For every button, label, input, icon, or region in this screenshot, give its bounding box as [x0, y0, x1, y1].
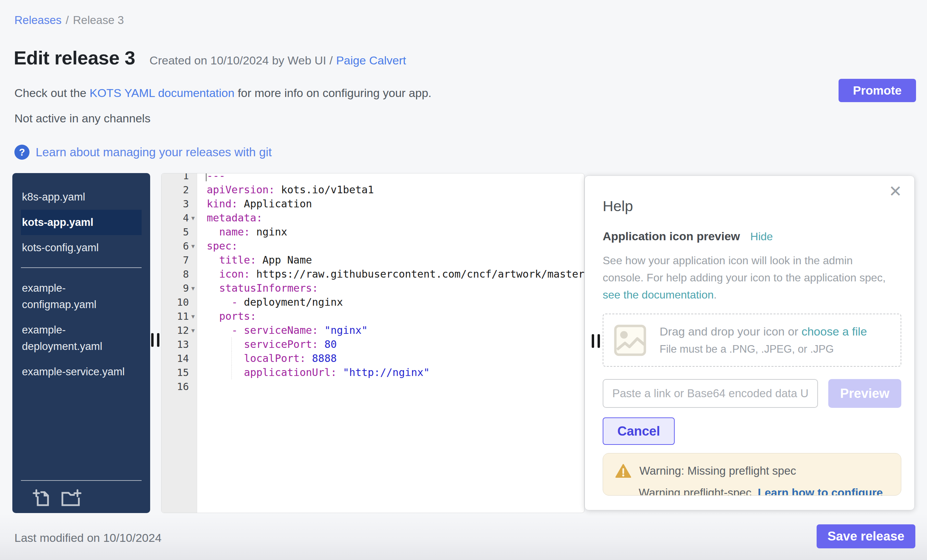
gutter-row: 4▾ [161, 211, 197, 225]
image-placeholder-icon [614, 324, 647, 357]
gutter-row: 11▾ [161, 309, 197, 323]
code-line [197, 379, 584, 393]
file-item-k8s-app.yaml[interactable]: k8s-app.yaml [21, 184, 141, 210]
created-author-link[interactable]: Paige Calvert [336, 54, 406, 67]
code-line: servicePort: 80 [197, 337, 584, 351]
code-line: icon: https://raw.githubusercontent.com/… [197, 267, 584, 281]
new-file-icon [32, 488, 52, 507]
desc-line2: console. For help adding your icon to th… [603, 272, 886, 284]
channel-status: Not active in any channels [14, 112, 150, 125]
file-item-example-configmap.yaml[interactable]: example-configmap.yaml [21, 276, 135, 317]
gutter-row: 3 [161, 197, 197, 211]
indent-guide [231, 337, 232, 351]
dropzone-line2: File must be a .PNG, .JPEG, or .JPG [660, 343, 867, 355]
file-list: k8s-app.yamlkots-app.yamlkots-config.yam… [21, 184, 141, 384]
gutter-row: 12▾ [161, 323, 197, 337]
code-line: apiVersion: kots.io/v1beta1 [197, 183, 584, 197]
doc-hint-prefix: Check out the [14, 87, 90, 99]
last-modified-text: Last modified on 10/10/2024 [14, 531, 161, 545]
indent-guide [231, 351, 232, 365]
gutter-row: 14 [161, 351, 197, 365]
save-release-button[interactable]: Save release [817, 524, 915, 548]
fold-toggle-icon[interactable]: ▾ [189, 284, 197, 292]
code-line: name: nginx [197, 225, 584, 239]
git-help-row: ? Learn about managing your releases wit… [14, 145, 272, 160]
close-icon[interactable]: ✕ [889, 182, 902, 200]
warning-icon [615, 464, 631, 478]
file-item-example-deployment.yaml[interactable]: example-deployment.yaml [21, 317, 135, 359]
sidebar-actions [32, 488, 82, 508]
new-folder-icon [60, 488, 82, 507]
promote-button[interactable]: Promote [839, 79, 916, 102]
indent-guide [231, 365, 232, 379]
file-item-example-service.yaml[interactable]: example-service.yaml [21, 359, 135, 384]
desc-period: . [714, 288, 717, 301]
code-line: localPort: 8888 [197, 351, 584, 365]
gutter-row: 7 [161, 253, 197, 267]
editor-body: 1234▾56▾789▾1011▾12▾13141516 ---apiVersi… [161, 173, 584, 393]
gutter-row: 13 [161, 337, 197, 351]
fold-toggle-icon[interactable]: ▾ [189, 312, 197, 320]
choose-file-link[interactable]: choose a file [801, 325, 867, 338]
dropzone-line1: Drag and drop your icon or [660, 325, 801, 338]
icon-preview-header: Application icon preview Hide [603, 230, 901, 243]
fold-toggle-icon[interactable]: ▾ [189, 242, 197, 250]
new-file-button[interactable] [32, 488, 52, 508]
help-resize-handle[interactable] [592, 334, 600, 348]
code-line: title: App Name [197, 253, 584, 267]
file-item-kots-config.yaml[interactable]: kots-config.yaml [21, 235, 141, 261]
question-icon: ? [14, 145, 29, 160]
new-folder-button[interactable] [60, 488, 82, 508]
kots-yaml-doc-link[interactable]: KOTS YAML documentation [90, 87, 234, 99]
cancel-button[interactable]: Cancel [603, 417, 675, 445]
doc-hint-line: Check out the KOTS YAML documentation fo… [14, 87, 432, 100]
sidebar-bottom-divider [21, 480, 141, 481]
icon-dropzone[interactable]: Drag and drop your icon or choose a file… [603, 314, 901, 367]
desc-line1: See how your application icon will look … [603, 254, 853, 267]
see-documentation-link[interactable]: see the documentation [603, 288, 714, 301]
preflight-warning: Warning: Missing preflight spec Warning … [603, 453, 901, 496]
yaml-editor[interactable]: 1234▾56▾789▾1011▾12▾13141516 ---apiVersi… [161, 173, 585, 513]
text-cursor [206, 173, 207, 181]
file-sidebar: k8s-app.yamlkots-app.yamlkots-config.yam… [12, 173, 150, 513]
warning-detail-text: Warning preflight-spec. [639, 486, 758, 496]
edit-release-page: Releases/Release 3 Edit release 3 Create… [0, 0, 927, 560]
editor-gutter-rows: 1234▾56▾789▾1011▾12▾13141516 [161, 173, 197, 393]
help-panel: ✕ Help Application icon preview Hide See… [585, 176, 915, 510]
gutter-row: 10 [161, 295, 197, 309]
breadcrumb-releases-link[interactable]: Releases [14, 14, 62, 26]
icon-url-row: Preview [603, 379, 901, 408]
gutter-row: 2 [161, 183, 197, 197]
icon-preview-description: See how your application icon will look … [603, 252, 901, 303]
editor-code-rows[interactable]: ---apiVersion: kots.io/v1beta1kind: Appl… [197, 173, 584, 393]
code-line: statusInformers: [197, 281, 584, 295]
fold-toggle-icon[interactable]: ▾ [189, 214, 197, 222]
resize-bar [597, 334, 600, 348]
breadcrumb-current: Release 3 [73, 14, 124, 26]
resize-bar [157, 333, 160, 347]
icon-url-input[interactable] [603, 379, 818, 408]
code-line: --- [197, 173, 584, 183]
code-line: ports: [197, 309, 584, 323]
git-releases-link[interactable]: Learn about managing your releases with … [36, 145, 272, 159]
file-item-kots-app.yaml[interactable]: kots-app.yaml [21, 210, 141, 235]
code-line: - serviceName: "nginx" [197, 323, 584, 337]
gutter-row: 5 [161, 225, 197, 239]
gutter-row: 1 [161, 173, 197, 183]
gutter-row: 8 [161, 267, 197, 281]
help-content: Help Application icon preview Hide See h… [585, 176, 914, 496]
created-meta: Created on 10/10/2024 by Web UI /Paige C… [149, 54, 406, 67]
warning-title: Warning: Missing preflight spec [639, 464, 796, 477]
icon-preview-title: Application icon preview [603, 230, 740, 243]
sidebar-divider [21, 267, 141, 268]
doc-hint-suffix: for more info on configuring your app. [234, 87, 432, 99]
gutter-row: 6▾ [161, 239, 197, 253]
gutter-row: 9▾ [161, 281, 197, 295]
learn-configure-link[interactable]: Learn how to configure [758, 486, 883, 496]
hide-link[interactable]: Hide [751, 230, 773, 243]
gutter-row: 15 [161, 365, 197, 379]
fold-toggle-icon[interactable]: ▾ [189, 326, 197, 334]
sidebar-resize-handle[interactable] [151, 333, 160, 347]
resize-bar [592, 334, 594, 348]
preview-button[interactable]: Preview [828, 379, 901, 408]
